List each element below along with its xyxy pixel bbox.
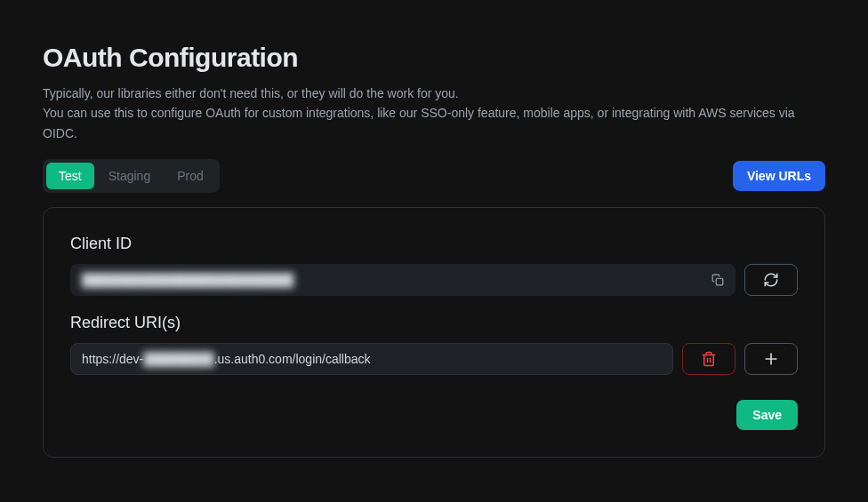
redirect-uris-label: Redirect URI(s): [70, 314, 798, 332]
oauth-config-card: Client ID ████████████████████████ Redir…: [43, 207, 825, 458]
description-line-2: You can use this to configure OAuth for …: [43, 106, 795, 139]
environment-tabs: Test Staging Prod: [43, 159, 220, 193]
page-title: OAuth Configuration: [43, 43, 825, 73]
tab-prod[interactable]: Prod: [165, 163, 216, 189]
redirect-uri-prefix: https://dev-: [82, 352, 143, 366]
redirect-uri-redacted: ████████: [143, 352, 213, 366]
redirect-uri-input[interactable]: https://dev-████████.us.auth0.com/login/…: [70, 343, 673, 375]
view-urls-button[interactable]: View URLs: [733, 161, 825, 191]
client-id-row: ████████████████████████: [70, 264, 798, 296]
regenerate-client-id-button[interactable]: [744, 264, 798, 296]
tab-test[interactable]: Test: [46, 163, 94, 189]
header-row: Test Staging Prod View URLs: [43, 159, 825, 193]
copy-client-id-button[interactable]: [709, 271, 727, 289]
plus-icon: [762, 350, 780, 368]
redirect-uri-row: https://dev-████████.us.auth0.com/login/…: [70, 343, 798, 375]
page-description: Typically, our libraries either don't ne…: [43, 84, 825, 143]
redirect-uri-suffix: .us.auth0.com/login/callback: [214, 352, 371, 366]
client-id-value: ████████████████████████: [82, 273, 293, 287]
copy-icon: [711, 274, 724, 286]
tab-staging[interactable]: Staging: [96, 163, 163, 189]
svg-rect-0: [716, 278, 723, 285]
refresh-icon: [763, 272, 779, 288]
client-id-label: Client ID: [70, 235, 798, 253]
save-button[interactable]: Save: [736, 400, 798, 430]
trash-icon: [701, 351, 717, 367]
delete-redirect-uri-button[interactable]: [682, 343, 735, 375]
redirect-uri-input-wrap: https://dev-████████.us.auth0.com/login/…: [70, 343, 673, 375]
description-line-1: Typically, our libraries either don't ne…: [43, 86, 459, 100]
add-redirect-uri-button[interactable]: [744, 343, 798, 375]
client-id-input-wrap: ████████████████████████: [70, 264, 735, 296]
client-id-input[interactable]: ████████████████████████: [70, 264, 735, 296]
card-footer: Save: [70, 400, 798, 430]
